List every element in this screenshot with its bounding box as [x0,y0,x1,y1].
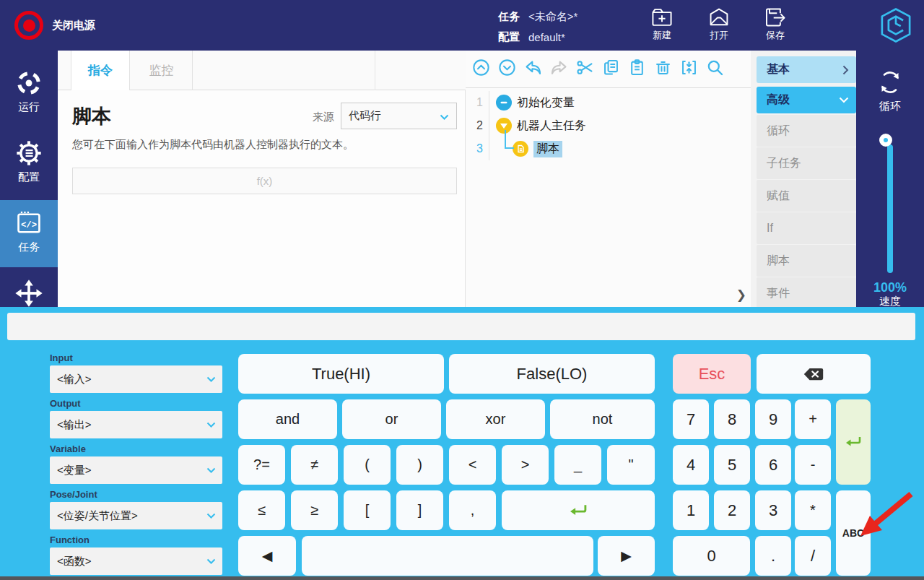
paste-icon[interactable] [627,58,647,80]
key-paren-close[interactable]: ) [396,445,443,485]
undo-icon[interactable] [523,58,543,80]
key-comma[interactable]: , [449,490,496,530]
speed-slider-knob[interactable] [879,134,892,147]
save-button[interactable]: 保存 [755,7,796,42]
key-xor[interactable]: xor [446,399,545,439]
key-space[interactable] [302,536,593,576]
key-false[interactable]: False(LO) [449,354,655,394]
tab-monitor[interactable]: 监控 [131,51,193,90]
tree-row[interactable]: 1 初始化变量 [466,91,751,114]
task-tree-pane: 1 初始化变量 2 机器人主任务 3 [466,51,751,307]
move-up-icon[interactable] [471,58,491,80]
key-backspace[interactable] [757,354,871,394]
key-4[interactable]: 4 [673,445,709,485]
power-button-icon[interactable] [14,11,43,40]
key-esc[interactable]: Esc [673,354,751,394]
sidebar-item-run[interactable]: 运行 [0,69,58,114]
collapse-icon[interactable] [679,58,699,80]
key-greater-than[interactable]: > [502,445,549,485]
source-select[interactable]: 代码行 [341,103,457,129]
basic-category-button[interactable]: 基本 [757,56,856,83]
svg-text:</>: </> [21,220,37,230]
key-minus[interactable]: - [795,445,831,485]
sidebar-item-move[interactable] [0,278,58,308]
output-selector[interactable]: <输出> [50,411,222,438]
speed-value: 100% [856,280,924,295]
backspace-icon [801,365,827,384]
key-abc-switch[interactable]: ABC [836,490,871,576]
open-file-icon [699,7,739,28]
key-greater-equal[interactable]: ≥ [291,490,338,530]
script-editor-pane: 脚本 来源 代码行 您可在下面输入作为脚本代码由机器人控制器执行的文本。 [58,90,466,307]
tree-row-selected[interactable]: 3 脚本 [466,137,751,160]
instruction-item-script[interactable]: 脚本 [757,245,856,277]
top-bar: 关闭电源 任务 <未命名>* 配置 default* 新建 [0,0,924,51]
key-bracket-open[interactable]: [ [344,490,391,530]
key-or[interactable]: or [342,399,441,439]
key-cursor-right[interactable]: ▶ [598,536,655,576]
key-0[interactable]: 0 [673,536,750,576]
instruction-item-if[interactable]: If [757,212,856,244]
key-bracket-close[interactable]: ] [396,490,443,530]
key-plus[interactable]: + [795,399,831,439]
config-label: 配置 [498,30,528,44]
key-9[interactable]: 9 [755,399,791,439]
key-not[interactable]: not [550,399,655,439]
key-cursor-left[interactable]: ◀ [238,536,296,576]
function-selector[interactable]: <函数> [50,547,222,575]
loop-mode-icon[interactable] [876,68,905,100]
key-1[interactable]: 1 [673,490,709,530]
key-slash[interactable]: / [795,536,831,576]
init-variable-icon [496,95,512,111]
key-less-than[interactable]: < [449,445,496,485]
delete-icon[interactable] [653,58,673,80]
advanced-category-button[interactable]: 高级 [757,87,856,113]
key-less-equal[interactable]: ≤ [238,490,285,530]
key-and[interactable]: and [238,399,337,439]
copy-icon[interactable] [601,58,621,80]
key-numpad-enter[interactable] [836,399,871,485]
instruction-item-assign[interactable]: 赋值 [757,180,856,212]
panel-expand-chevron[interactable]: ❯ [736,287,746,303]
instruction-item-subtask[interactable]: 子任务 [757,147,856,179]
pose-selector[interactable]: <位姿/关节位置> [50,502,222,529]
key-quote[interactable]: " [607,445,655,485]
cut-icon[interactable] [575,58,595,80]
search-icon[interactable] [705,58,725,80]
input-selector[interactable]: <输入> [50,365,222,393]
key-enter[interactable] [502,490,655,530]
config-value: default* [528,31,565,43]
key-6[interactable]: 6 [755,445,791,485]
key-period[interactable]: . [755,536,791,576]
new-button[interactable]: 新建 [642,7,682,42]
speed-slider-track[interactable] [887,144,893,273]
move-down-icon[interactable] [497,58,517,80]
script-expression-input[interactable] [72,168,457,194]
code-window-icon: </> [0,209,58,238]
key-5[interactable]: 5 [714,445,750,485]
instruction-item-loop[interactable]: 循环 [757,115,856,147]
key-not-equal[interactable]: ≠ [291,445,338,485]
keyboard-text-input[interactable] [7,313,915,340]
key-3[interactable]: 3 [755,490,791,530]
instruction-item-event[interactable]: 事件 [757,277,856,309]
tree-node-label: 脚本 [533,141,562,157]
sidebar-item-task[interactable]: </> 任务 [0,209,58,254]
key-paren-open[interactable]: ( [344,445,391,485]
variable-selector[interactable]: <变量> [50,456,222,484]
key-2[interactable]: 2 [714,490,750,530]
key-asterisk[interactable]: * [795,490,831,530]
key-7[interactable]: 7 [673,399,709,439]
redo-icon[interactable] [549,58,569,80]
sidebar-item-config[interactable]: 配置 [0,139,58,184]
brand-logo-icon [876,6,915,48]
key-true[interactable]: True(HI) [238,354,444,394]
task-tree: 1 初始化变量 2 机器人主任务 3 [466,91,751,160]
open-button[interactable]: 打开 [699,7,739,42]
loop-label: 循环 [856,100,924,113]
key-8[interactable]: 8 [714,399,750,439]
key-assign-eq[interactable]: ?= [238,445,285,485]
gear-icon [0,139,58,168]
key-underscore[interactable]: _ [554,445,601,485]
tab-instruction[interactable]: 指令 [71,51,130,90]
